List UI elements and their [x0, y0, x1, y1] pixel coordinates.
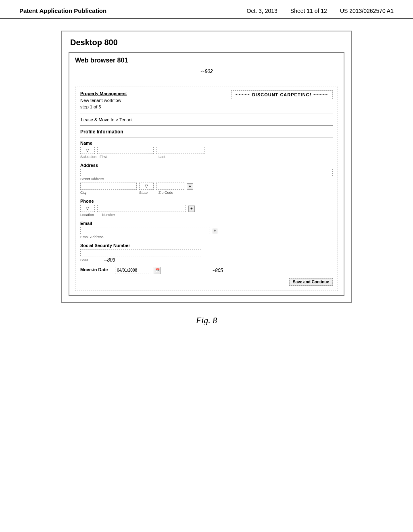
name-sublabel-row: Salutation First Last — [80, 155, 333, 159]
callout-802: ⌢802 — [75, 67, 338, 75]
patent-number: US 2013/0262570 A1 — [340, 8, 394, 14]
phone-label: Phone — [80, 199, 333, 204]
movein-label: Move-in Date — [80, 267, 113, 272]
name-field-group: Name ▽ Salutation First Last — [80, 141, 333, 159]
salutation-select[interactable]: ▽ — [80, 147, 95, 154]
patent-title: Patent Application Publication — [19, 7, 106, 14]
street-sublabel: Street Address — [80, 177, 104, 181]
patent-sheet: Sheet 11 of 12 — [290, 8, 327, 14]
zip-add-button[interactable]: + — [187, 183, 193, 190]
form-header: Property Management New tenant workflow … — [80, 90, 333, 110]
street-row — [80, 169, 333, 176]
workflow-label: New tenant workflow — [80, 97, 127, 104]
save-btn-row: Save and Continue — [80, 278, 333, 286]
header-divider — [80, 114, 333, 114]
address-field-group: Address Street Address ▽ + City — [80, 163, 333, 195]
phone-row: ▽ + — [80, 205, 333, 212]
movein-field-group: Move-in Date 04/01/2008 📅 ⌢805 — [80, 267, 333, 274]
step-label: step 1 of 5 — [80, 104, 127, 110]
email-addr-sublabel: Email Address — [80, 235, 104, 239]
salutation-sublabel: Salutation — [80, 155, 95, 159]
profile-divider — [80, 137, 333, 137]
city-sublabel: City — [80, 191, 137, 195]
name-label: Name — [80, 141, 333, 145]
form-area: Property Management New tenant workflow … — [75, 87, 338, 291]
city-state-zip-row: ▽ + — [80, 183, 333, 190]
email-label: Email — [80, 221, 333, 226]
ssn-label: Social Security Number — [80, 243, 333, 248]
movein-date-input[interactable]: 04/01/2008 — [115, 267, 151, 274]
breadcrumb: Lease & Move In > Tenant — [80, 117, 333, 122]
desktop-box: Desktop 800 Web browser 801 ⌢802 Propert… — [61, 31, 352, 303]
breadcrumb-divider — [80, 125, 333, 126]
company-name: Property Management — [80, 90, 127, 97]
email-field-group: Email + Email Address — [80, 221, 333, 239]
browser-label: Web browser 801 — [75, 57, 338, 64]
patent-date: Oct. 3, 2013 — [247, 8, 277, 14]
form-header-left: Property Management New tenant workflow … — [80, 90, 127, 110]
last-sublabel: Last — [159, 155, 165, 159]
patent-meta: Oct. 3, 2013 Sheet 11 of 12 US 2013/0262… — [247, 8, 394, 14]
ssn-input[interactable] — [80, 249, 201, 256]
address-label: Address — [80, 163, 333, 168]
callout-803: ⌢803 — [104, 257, 115, 263]
name-row: ▽ — [80, 147, 333, 154]
email-sublabel-row: Email Address — [80, 235, 333, 239]
zip-sublabel: Zip Code — [159, 191, 173, 195]
phone-add-button[interactable]: + — [188, 206, 195, 212]
city-state-zip-sublabel-row: City State Zip Code — [80, 191, 333, 195]
city-input[interactable] — [80, 183, 137, 190]
discount-banner: ~~~~~ DISCOUNT CARPETING! ~~~~~ — [231, 90, 333, 99]
first-sublabel: First — [100, 155, 156, 159]
patent-header: Patent Application Publication Oct. 3, 2… — [0, 0, 413, 19]
browser-box: Web browser 801 ⌢802 Property Management… — [69, 52, 344, 296]
ssn-sublabel: SSN — [80, 258, 88, 262]
location-sublabel: Location — [80, 213, 97, 217]
save-continue-button[interactable]: Save and Continue — [289, 278, 333, 286]
state-sublabel: State — [139, 191, 156, 195]
state-select[interactable]: ▽ — [139, 183, 154, 190]
profile-section-label: Profile Information — [80, 129, 333, 135]
phone-number-input[interactable] — [97, 205, 186, 212]
main-content: Desktop 800 Web browser 801 ⌢802 Propert… — [0, 19, 413, 338]
phone-sublabel-row: Location Number — [80, 213, 333, 217]
callout-805: ⌢805 — [212, 268, 223, 273]
movein-row: Move-in Date 04/01/2008 📅 ⌢805 — [80, 267, 333, 274]
calendar-button[interactable]: 📅 — [154, 267, 161, 274]
last-name-input[interactable] — [156, 147, 204, 154]
email-row: + — [80, 227, 333, 234]
email-input[interactable] — [80, 227, 209, 234]
email-add-button[interactable]: + — [212, 228, 218, 234]
ssn-bottom-row: SSN ⌢803 — [80, 257, 333, 263]
zip-input[interactable] — [156, 183, 184, 190]
street-input[interactable] — [80, 169, 333, 176]
number-sublabel: Number — [102, 213, 115, 217]
figure-label: Fig. 8 — [196, 315, 217, 326]
phone-field-group: Phone ▽ + Location Number — [80, 199, 333, 217]
ssn-field-group: Social Security Number SSN ⌢803 — [80, 243, 333, 263]
desktop-label: Desktop 800 — [69, 38, 344, 47]
street-sublabel-row: Street Address — [80, 177, 333, 181]
phone-location-select[interactable]: ▽ — [80, 205, 95, 212]
ssn-row — [80, 249, 333, 256]
first-name-input[interactable] — [97, 147, 154, 154]
